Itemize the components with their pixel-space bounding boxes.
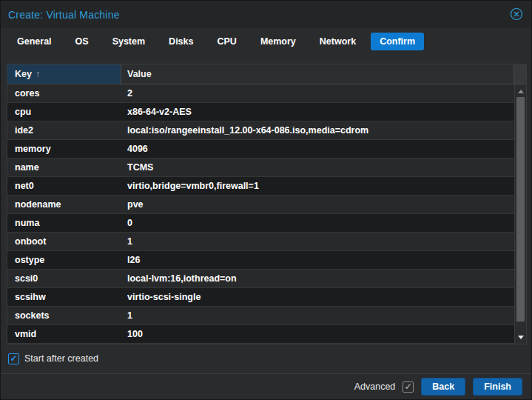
advanced-label: Advanced [354, 381, 396, 392]
advanced-checkbox[interactable] [403, 381, 414, 393]
table-header: Key ↑ Value [7, 64, 526, 84]
row-value: 100 [121, 325, 526, 343]
table-row[interactable]: onboot1 [7, 233, 526, 251]
row-value: 4096 [121, 140, 526, 158]
tab-network[interactable]: Network [311, 33, 365, 50]
row-key: cpu [7, 103, 121, 121]
confirm-settings-table: Key ↑ Value cores2cpux86-64-v2-AESide2lo… [7, 64, 527, 344]
row-key: numa [7, 214, 121, 232]
row-value: l26 [121, 251, 526, 269]
table-row[interactable]: scsi0local-lvm:16,iothread=on [7, 270, 526, 288]
tab-os[interactable]: OS [67, 33, 98, 50]
table-row[interactable]: vmid100 [7, 325, 526, 344]
scrollbar-thumb[interactable] [516, 97, 525, 321]
row-value: pve [121, 196, 526, 213]
table-row[interactable]: sockets1 [7, 307, 526, 325]
start-after-created-checkbox[interactable] [8, 353, 19, 364]
dialog-titlebar: Create: Virtual Machine [1, 1, 531, 28]
close-button[interactable] [509, 7, 524, 21]
row-key: onboot [7, 233, 121, 250]
table-row[interactable]: memory4096 [7, 140, 526, 159]
create-vm-dialog: Create: Virtual Machine GeneralOSSystemD… [0, 0, 532, 400]
row-key: net0 [7, 177, 121, 195]
table-row[interactable]: scsihwvirtio-scsi-single [7, 288, 526, 307]
table-row[interactable]: nodenamepve [7, 196, 526, 214]
table-row[interactable]: nameTCMS [7, 159, 526, 177]
column-header-key-label: Key [15, 69, 32, 79]
dialog-title: Create: Virtual Machine [8, 9, 120, 21]
table-row[interactable]: ostypel26 [7, 251, 526, 270]
tab-confirm[interactable]: Confirm [371, 33, 424, 50]
row-key: nodename [7, 196, 121, 213]
row-key: cores [7, 84, 121, 102]
table-row[interactable]: cpux86-64-v2-AES [7, 103, 526, 121]
row-key: name [7, 159, 121, 176]
row-value: virtio,bridge=vmbr0,firewall=1 [121, 177, 526, 195]
scroll-down-icon[interactable] [515, 332, 526, 342]
row-value: 1 [121, 233, 526, 250]
tab-memory[interactable]: Memory [252, 33, 305, 50]
row-value: x86-64-v2-AES [121, 103, 526, 121]
tab-disks[interactable]: Disks [160, 33, 202, 50]
row-key: scsihw [7, 288, 121, 306]
tab-cpu[interactable]: CPU [208, 33, 245, 50]
row-key: memory [7, 140, 121, 158]
column-header-value[interactable]: Value [121, 64, 514, 84]
table-row[interactable]: numa0 [7, 214, 526, 233]
row-key: ide2 [7, 121, 121, 139]
table-body: cores2cpux86-64-v2-AESide2local:iso/rang… [7, 84, 526, 344]
header-scrollbar-spacer [514, 64, 526, 84]
table-row[interactable]: cores2 [7, 84, 526, 103]
table-row[interactable]: ide2local:iso/rangeeinstall_12.00-x64-08… [7, 121, 526, 140]
sort-ascending-icon: ↑ [36, 69, 40, 79]
back-button[interactable]: Back [421, 378, 465, 396]
column-header-value-label: Value [127, 69, 152, 79]
row-key: scsi0 [7, 270, 121, 287]
start-after-created-label: Start after created [24, 353, 98, 364]
row-value: virtio-scsi-single [121, 288, 526, 306]
vertical-scrollbar[interactable] [514, 84, 526, 344]
row-value: TCMS [121, 159, 526, 176]
row-value: local-lvm:16,iothread=on [121, 270, 526, 287]
row-value: 1 [121, 307, 526, 324]
finish-button[interactable]: Finish [473, 378, 522, 396]
row-value: local:iso/rangeeinstall_12.00-x64-086.is… [121, 121, 526, 139]
column-header-key[interactable]: Key ↑ [7, 64, 121, 84]
dialog-footer: Advanced Back Finish [1, 373, 531, 399]
tab-general[interactable]: General [8, 33, 61, 50]
table-rows: cores2cpux86-64-v2-AESide2local:iso/rang… [7, 84, 526, 344]
start-after-created-option[interactable]: Start after created [8, 351, 98, 366]
row-key: ostype [7, 251, 121, 269]
tab-system[interactable]: System [104, 33, 154, 50]
table-row[interactable]: net0virtio,bridge=vmbr0,firewall=1 [7, 177, 526, 196]
row-value: 2 [121, 84, 526, 102]
row-value: 0 [121, 214, 526, 232]
wizard-tabs: GeneralOSSystemDisksCPUMemoryNetworkConf… [8, 32, 424, 51]
scroll-up-icon[interactable] [515, 86, 526, 96]
row-key: sockets [7, 307, 121, 324]
row-key: vmid [7, 325, 121, 343]
close-icon [510, 7, 523, 21]
